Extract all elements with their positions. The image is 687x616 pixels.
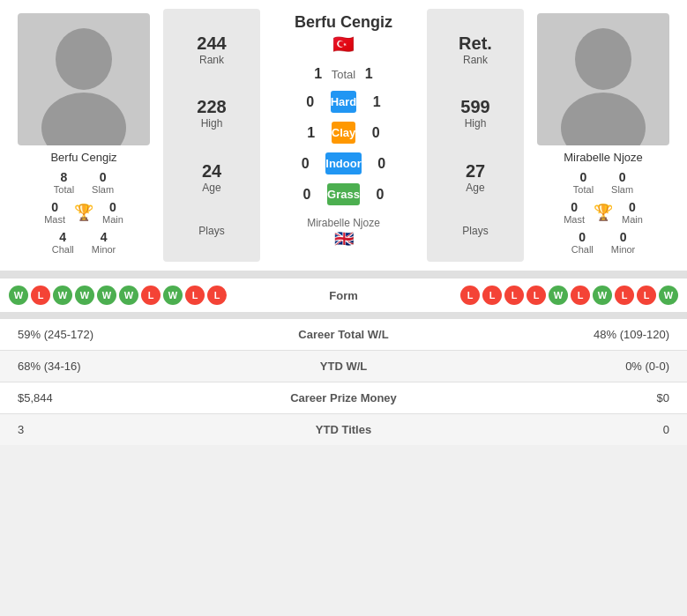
player1-rank-block: 244 Rank	[197, 33, 226, 66]
player2-chall-item: 0 Chall	[571, 230, 594, 255]
player1-total-item: 8 Total	[54, 170, 74, 195]
form-label: Form	[291, 289, 397, 302]
player2-trophy-icon: 🏆	[594, 203, 613, 222]
player2-main-label: Main	[622, 214, 643, 225]
p1-titles: 3	[18, 423, 256, 436]
player1-age-label: Age	[202, 182, 221, 194]
player1-mast-value: 0	[51, 200, 58, 214]
player2-rank-value: Ret.	[459, 33, 492, 54]
p1-form-badge-5: W	[119, 286, 138, 305]
p1-form-badge-4: W	[97, 286, 116, 305]
player1-slam-label: Slam	[92, 184, 114, 195]
player2-mast-label: Mast	[564, 214, 585, 225]
hard-p2-score: 1	[363, 94, 390, 110]
p2-ytd-wl: 0% (0-0)	[432, 360, 670, 373]
indoor-p2-score: 0	[369, 156, 395, 172]
p2-form-badge-4: W	[549, 286, 568, 305]
player2-age-value: 27	[466, 161, 485, 182]
p1-ytd-wl: 68% (34-16)	[18, 360, 256, 373]
player2-trophy-row: 0 Mast 🏆 0 Main	[564, 200, 643, 225]
player1-rank-label: Rank	[197, 54, 226, 66]
player1-high-block: 228 High	[197, 97, 226, 130]
player2-slam-item: 0 Slam	[611, 170, 633, 195]
player2-avatar	[537, 13, 669, 145]
player2-title: Mirabelle Njoze	[307, 217, 380, 229]
clay-button: Clay	[332, 122, 355, 144]
titles-label: YTD Titles	[256, 423, 432, 436]
player1-age-value: 24	[202, 161, 221, 182]
player1-mast-label: Mast	[44, 214, 65, 225]
grass-p1-score: 0	[294, 187, 320, 203]
p1-form-badge-2: W	[53, 286, 72, 305]
player2-plays-label: Plays	[462, 225, 488, 237]
svg-point-2	[575, 28, 631, 90]
player1-minor-item: 4 Minor	[92, 230, 116, 255]
player2-name: Mirabelle Njoze	[564, 151, 643, 164]
player2-total-value: 0	[580, 170, 587, 184]
career-total-label: Career Total W/L	[256, 328, 432, 341]
player1-chall-item: 4 Chall	[52, 230, 74, 255]
p1-form-badge-8: L	[185, 286, 205, 305]
hard-p1-score: 0	[297, 94, 324, 110]
p2-form-badge-6: W	[593, 286, 612, 305]
player1-name: Berfu Cengiz	[50, 151, 116, 164]
grass-button: Grass	[327, 183, 360, 205]
player2-mast-item: 0 Mast	[564, 200, 585, 225]
player1-total-value: 8	[61, 170, 68, 184]
player1-form: WLWWWWLWLL	[9, 286, 291, 305]
indoor-row: 0 Indoor 0	[292, 152, 394, 174]
player1-main-label: Main	[102, 214, 123, 225]
player2-form: LLLLWLWLLW	[397, 286, 679, 305]
player2-plays-block: Plays	[462, 225, 488, 237]
player2-total-label: Total	[573, 184, 594, 195]
p2-form-badge-3: L	[526, 286, 546, 305]
divider-2	[0, 312, 687, 319]
player2-card: Mirabelle Njoze 0 Total 0 Slam 0 Mast 🏆	[528, 9, 678, 262]
ytd-wl-label: YTD W/L	[256, 360, 432, 373]
total-label: Total	[332, 68, 355, 81]
player1-slam-value: 0	[100, 170, 107, 184]
total-row: 1 Total 1	[305, 66, 382, 82]
center-section: Berfu Cengiz 🇹🇷 1 Total 1 0 Hard 1 1 Cla…	[265, 9, 422, 262]
player2-age-label: Age	[466, 182, 485, 194]
p2-form-badge-8: L	[637, 286, 656, 305]
player1-chall-label: Chall	[52, 244, 74, 255]
player1-high-label: High	[197, 117, 226, 130]
grass-p2-score: 0	[367, 187, 393, 203]
player2-main-item: 0 Main	[622, 200, 643, 225]
p1-total-wl: 59% (245-172)	[18, 328, 256, 341]
hard-button: Hard	[331, 91, 357, 113]
p2-form-badge-0: L	[460, 286, 480, 305]
p1-form-badge-3: W	[75, 286, 94, 305]
titles-row: 3 YTD Titles 0	[0, 413, 687, 445]
player2-flag: 🇬🇧	[334, 229, 354, 249]
p1-form-badge-9: L	[207, 286, 227, 305]
hard-row: 0 Hard 1	[297, 91, 391, 113]
player1-plays-block: Plays	[198, 225, 224, 237]
player1-minor-value: 4	[101, 230, 108, 244]
prize-label: Career Prize Money	[256, 391, 432, 404]
player1-plays-label: Plays	[198, 225, 224, 237]
grass-row: 0 Grass 0	[294, 183, 393, 205]
p2-total-wl: 48% (109-120)	[432, 328, 670, 341]
p2-prize: $0	[432, 391, 670, 404]
player1-mast-item: 0 Mast	[44, 200, 65, 225]
player1-card: Berfu Cengiz 8 Total 0 Slam 0 Mast 🏆	[9, 9, 159, 262]
player2-high-value: 599	[460, 97, 489, 117]
clay-p1-score: 1	[298, 125, 325, 141]
player1-total-slam: 8 Total 0 Slam	[54, 170, 114, 195]
total-p1-score: 1	[305, 66, 332, 82]
indoor-p1-score: 0	[292, 156, 318, 172]
player1-title: Berfu Cengiz	[295, 13, 392, 32]
player2-high-label: High	[460, 117, 489, 130]
player1-chall-minor: 4 Chall 4 Minor	[52, 230, 116, 255]
svg-point-1	[41, 93, 126, 145]
player2-slam-value: 0	[619, 170, 626, 184]
player1-slam-item: 0 Slam	[92, 170, 114, 195]
player2-total-slam: 0 Total 0 Slam	[573, 170, 633, 195]
p1-prize: $5,844	[18, 391, 256, 404]
p2-form-badge-5: L	[571, 286, 590, 305]
total-p2-score: 1	[355, 66, 382, 82]
player2-rank-block: Ret. Rank	[459, 33, 492, 66]
player2-rank-label: Rank	[459, 54, 492, 66]
